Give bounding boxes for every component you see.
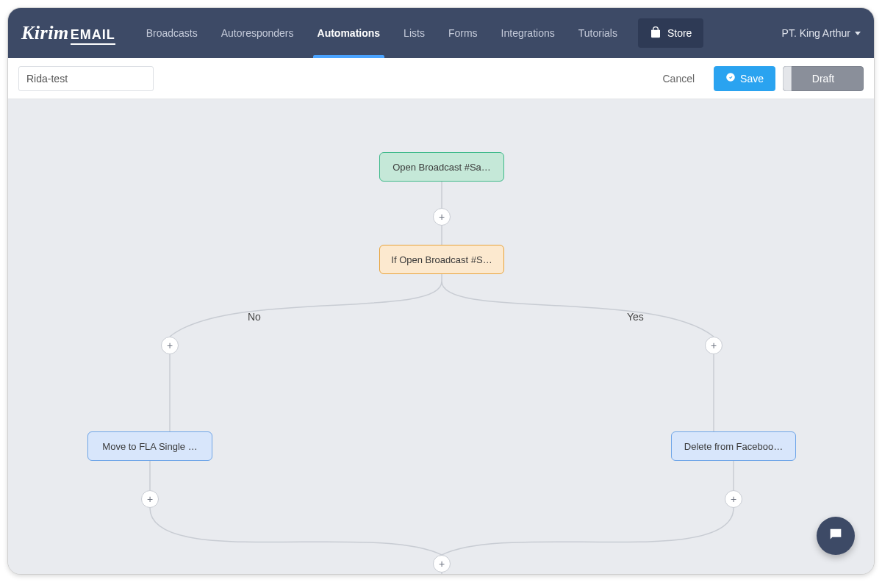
nav-automations[interactable]: Automations [307,8,391,58]
app-frame: Kirim EMAIL Broadcasts Autoresponders Au… [7,7,875,575]
account-name: PT. King Arthur [782,27,850,39]
brand-logo-script: Kirim [21,22,69,44]
svg-point-0 [726,73,735,82]
flow-trigger-label: Open Broadcast #Sa… [392,162,491,173]
branch-no-label: No [248,311,261,323]
save-button[interactable]: Save [714,66,775,91]
add-step-after-no-button[interactable]: + [141,490,159,508]
flow-condition-label: If Open Broadcast #S… [391,254,492,265]
nav-broadcasts[interactable]: Broadcasts [136,8,208,58]
nav-forms[interactable]: Forms [438,8,488,58]
nav-integrations[interactable]: Integrations [491,8,565,58]
flow-trigger-node[interactable]: Open Broadcast #Sa… [379,152,504,182]
cancel-button[interactable]: Cancel [650,66,706,91]
chat-support-button[interactable] [817,517,855,555]
primary-nav: Broadcasts Autoresponders Automations Li… [136,8,704,58]
automation-canvas[interactable]: Open Broadcast #Sa… + If Open Broadcast … [8,99,874,574]
add-step-no-branch-button[interactable]: + [161,337,179,354]
account-menu[interactable]: PT. King Arthur [782,27,861,39]
add-step-merge-button[interactable]: + [433,555,451,573]
nav-store-label: Store [667,27,692,39]
flow-action-no-node[interactable]: Move to FLA Single … [87,431,212,461]
flow-action-no-label: Move to FLA Single … [102,441,197,452]
nav-lists[interactable]: Lists [393,8,435,58]
editor-action-bar: Cancel Save Draft [8,58,874,99]
chevron-down-icon [855,32,861,35]
top-navbar: Kirim EMAIL Broadcasts Autoresponders Au… [8,8,874,58]
brand-logo-block: EMAIL [71,27,115,45]
automation-name-input[interactable] [18,66,154,91]
add-step-after-yes-button[interactable]: + [725,490,742,508]
flow-action-yes-node[interactable]: Delete from Faceboo… [671,431,796,461]
check-circle-icon [725,72,736,85]
save-button-label: Save [740,73,764,85]
add-step-button[interactable]: + [433,208,451,226]
add-step-yes-branch-button[interactable]: + [705,337,723,354]
chat-icon [828,526,844,545]
nav-tutorials[interactable]: Tutorials [568,8,628,58]
nav-autoresponders[interactable]: Autoresponders [211,8,304,58]
shopping-bag-icon [650,26,662,40]
flow-action-yes-label: Delete from Faceboo… [684,441,783,452]
flow-condition-node[interactable]: If Open Broadcast #S… [379,245,504,274]
nav-store-button[interactable]: Store [638,18,703,48]
draft-button[interactable]: Draft [783,66,864,91]
draft-button-label: Draft [812,73,834,85]
brand-logo[interactable]: Kirim EMAIL [21,22,115,45]
branch-yes-label: Yes [627,311,644,323]
